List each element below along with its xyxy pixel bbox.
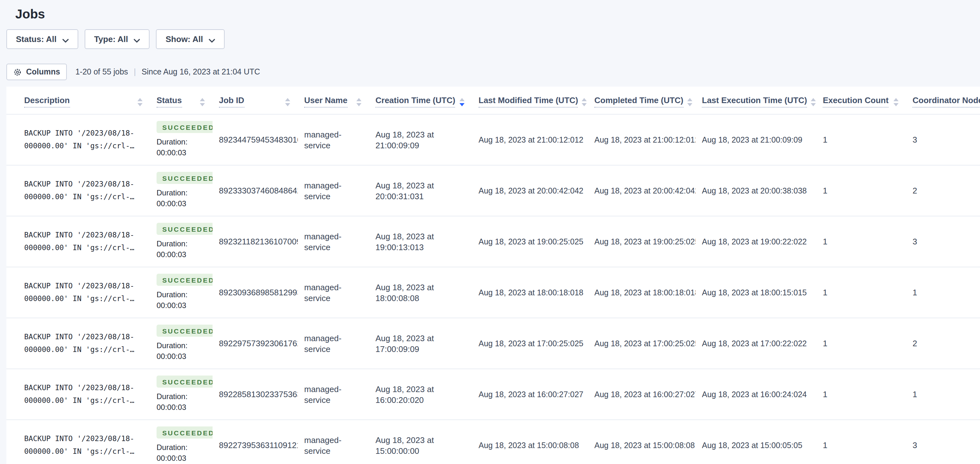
column-header-user-name[interactable]: User Name xyxy=(298,86,369,114)
last-execution-time: Aug 18, 2023 at 21:00:09:09 xyxy=(702,135,802,144)
last-modified-time: Aug 18, 2023 at 20:00:42:042 xyxy=(479,186,583,195)
column-header-job-id[interactable]: Job ID xyxy=(213,86,298,114)
show-filter-dropdown[interactable]: Show: All xyxy=(156,29,225,49)
sort-arrows-icon[interactable] xyxy=(137,98,143,106)
job-description-link[interactable]: BACKUP INTO '/2023/08/18- 000000.00' IN … xyxy=(24,127,150,152)
page-title: Jobs xyxy=(15,5,45,23)
duration-value: 00:00:03 xyxy=(156,249,213,260)
completed-time: Aug 18, 2023 at 16:00:27:027 xyxy=(594,390,695,399)
filter-bar: Status: All Type: All Show: All xyxy=(6,29,224,49)
execution-count: 1 xyxy=(823,339,827,348)
last-modified-time: Aug 18, 2023 at 18:00:18:018 xyxy=(479,288,583,297)
status-badge: SUCCEEDED xyxy=(156,325,213,337)
chevron-down-icon xyxy=(209,35,215,44)
coordinator-node: 1 xyxy=(913,389,917,399)
sort-arrows-icon[interactable] xyxy=(894,98,899,106)
completed-time: Aug 18, 2023 at 19:00:25:025 xyxy=(594,237,695,246)
type-filter-label: Type: All xyxy=(94,34,128,44)
job-id: 892344759453483010 xyxy=(219,135,298,145)
creation-time: Aug 18, 2023 at 15:00:00:00 xyxy=(375,434,447,456)
jobs-page: Jobs Status: All Type: All Show: All xyxy=(0,0,980,464)
duration-label: Duration: xyxy=(156,391,213,402)
job-description-link[interactable]: BACKUP INTO '/2023/08/18- 000000.00' IN … xyxy=(24,229,150,254)
status-filter-dropdown[interactable]: Status: All xyxy=(6,29,78,49)
table-row: BACKUP INTO '/2023/08/18- 000000.00' IN … xyxy=(6,318,980,369)
user-name: managed-service xyxy=(304,231,358,252)
table-header-row: Description Status Job ID User Name xyxy=(6,86,980,114)
jobs-count-text: 1-20 of 55 jobs xyxy=(75,67,128,77)
type-filter-dropdown[interactable]: Type: All xyxy=(84,29,150,49)
last-execution-time: Aug 18, 2023 at 17:00:22:022 xyxy=(702,339,807,348)
job-id: 892297573923061762 xyxy=(219,339,298,348)
table-row: BACKUP INTO '/2023/08/18- 000000.00' IN … xyxy=(6,114,980,165)
coordinator-node: 3 xyxy=(913,135,917,145)
job-description-link[interactable]: BACKUP INTO '/2023/08/18- 000000.00' IN … xyxy=(24,382,150,407)
table-row: BACKUP INTO '/2023/08/18- 000000.00' IN … xyxy=(6,165,980,216)
jobs-table-card: Description Status Job ID User Name xyxy=(6,86,980,464)
job-description-link[interactable]: BACKUP INTO '/2023/08/18- 000000.00' IN … xyxy=(24,433,150,458)
column-header-coordinator-node[interactable]: Coordinator Node xyxy=(906,86,980,114)
last-execution-time: Aug 18, 2023 at 18:00:15:015 xyxy=(702,288,807,297)
creation-time: Aug 18, 2023 at 21:00:09:09 xyxy=(375,129,447,150)
columns-button-label: Columns xyxy=(26,67,60,77)
duration-label: Duration: xyxy=(156,239,213,249)
last-modified-time: Aug 18, 2023 at 16:00:27:027 xyxy=(479,390,583,399)
since-text: Since Aug 16, 2023 at 21:04 UTC xyxy=(142,67,260,77)
column-header-completed-time-utc[interactable]: Completed Time (UTC) xyxy=(588,86,695,114)
table-toolbar: Columns 1-20 of 55 jobs | Since Aug 16, … xyxy=(6,64,260,80)
execution-count: 1 xyxy=(823,389,827,399)
gear-icon xyxy=(13,68,22,76)
creation-time: Aug 18, 2023 at 17:00:09:09 xyxy=(375,333,447,354)
duration-value: 00:00:03 xyxy=(156,402,213,413)
last-execution-time: Aug 18, 2023 at 16:00:24:024 xyxy=(702,390,807,399)
job-id: 892273953631109121 xyxy=(219,440,298,450)
table-row: BACKUP INTO '/2023/08/18- 000000.00' IN … xyxy=(6,267,980,318)
job-description-link[interactable]: BACKUP INTO '/2023/08/18- 000000.00' IN … xyxy=(24,178,150,203)
job-id: 892333037460848642 xyxy=(219,186,298,195)
sort-arrows-icon[interactable] xyxy=(200,98,205,106)
chevron-down-icon xyxy=(134,35,140,44)
job-id: 892309368985812993 xyxy=(219,288,298,297)
sort-arrows-icon[interactable] xyxy=(460,98,465,106)
show-filter-label: Show: All xyxy=(166,34,203,44)
sort-arrows-icon[interactable] xyxy=(582,98,587,106)
completed-time: Aug 18, 2023 at 17:00:25:025 xyxy=(594,339,695,348)
duration-label: Duration: xyxy=(156,442,213,453)
execution-count: 1 xyxy=(823,135,827,145)
duration-label: Duration: xyxy=(156,290,213,300)
creation-time: Aug 18, 2023 at 18:00:08:08 xyxy=(375,282,447,303)
column-header-last-execution-time-utc[interactable]: Last Execution Time (UTC) xyxy=(695,86,816,114)
last-modified-time: Aug 18, 2023 at 17:00:25:025 xyxy=(479,339,583,348)
job-description-link[interactable]: BACKUP INTO '/2023/08/18- 000000.00' IN … xyxy=(24,331,150,356)
status-badge: SUCCEEDED xyxy=(156,376,213,387)
coordinator-node: 2 xyxy=(913,339,917,348)
sort-arrows-icon[interactable] xyxy=(687,98,692,106)
status-badge: SUCCEEDED xyxy=(156,121,213,133)
status-badge: SUCCEEDED xyxy=(156,172,213,184)
column-header-status[interactable]: Status xyxy=(150,86,213,114)
sort-arrows-icon[interactable] xyxy=(811,98,816,106)
completed-time: Aug 18, 2023 at 18:00:18:018 xyxy=(594,288,695,297)
column-header-execution-count[interactable]: Execution Count xyxy=(816,86,906,114)
completed-time: Aug 18, 2023 at 15:00:08:08 xyxy=(594,441,695,450)
last-execution-time: Aug 18, 2023 at 15:00:05:05 xyxy=(702,441,802,450)
duration-value: 00:00:03 xyxy=(156,453,213,464)
column-header-last-modified-time-utc[interactable]: Last Modified Time (UTC) xyxy=(472,86,588,114)
duration-label: Duration: xyxy=(156,341,213,351)
column-header-creation-time-utc[interactable]: Creation Time (UTC) xyxy=(369,86,472,114)
chevron-down-icon xyxy=(62,35,69,44)
creation-time: Aug 18, 2023 at 16:00:20:020 xyxy=(375,383,447,405)
duration-label: Duration: xyxy=(156,137,213,148)
duration-label: Duration: xyxy=(156,188,213,199)
last-execution-time: Aug 18, 2023 at 20:00:38:038 xyxy=(702,186,807,195)
job-id: 892285813023375363 xyxy=(219,389,298,399)
column-header-description[interactable]: Description xyxy=(6,86,150,114)
status-badge: SUCCEEDED xyxy=(156,274,213,286)
user-name: managed-service xyxy=(304,383,358,405)
table-row: BACKUP INTO '/2023/08/18- 000000.00' IN … xyxy=(6,369,980,420)
columns-button[interactable]: Columns xyxy=(6,64,67,80)
job-description-link[interactable]: BACKUP INTO '/2023/08/18- 000000.00' IN … xyxy=(24,280,150,305)
table-row: BACKUP INTO '/2023/08/18- 000000.00' IN … xyxy=(6,420,980,464)
sort-arrows-icon[interactable] xyxy=(285,98,290,106)
sort-arrows-icon[interactable] xyxy=(356,98,361,106)
